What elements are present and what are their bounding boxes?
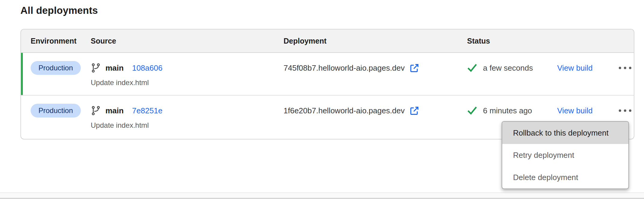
ellipsis-icon (619, 67, 621, 69)
environment-badge: Production (31, 61, 81, 75)
menu-item-rollback[interactable]: Rollback to this deployment (502, 122, 628, 144)
environment-cell: Production (31, 103, 91, 118)
section-divider (0, 192, 644, 199)
status-cell: a few seconds (467, 61, 557, 75)
external-link-icon[interactable] (409, 63, 419, 73)
table-header-row: Environment Source Deployment Status (21, 29, 634, 53)
header-environment: Environment (31, 37, 91, 45)
deployment-row: Production main 108a606 Update index.htm… (21, 53, 634, 96)
branch-name: main (105, 63, 124, 73)
header-source: Source (91, 37, 284, 45)
view-build-link[interactable]: View build (557, 103, 614, 118)
branch-name: main (105, 106, 124, 115)
commit-message: Update index.html (91, 121, 284, 130)
deployment-cell: 1f6e20b7.helloworld-aio.pages.dev (284, 103, 467, 118)
status-cell: 6 minutes ago (467, 103, 557, 118)
commit-link[interactable]: 108a606 (132, 63, 163, 73)
deployment-url-link[interactable]: 745f08b7.helloworld-aio.pages.dev (284, 63, 405, 73)
external-link-icon[interactable] (409, 106, 419, 116)
row-actions-cell (614, 103, 634, 118)
row-actions-button[interactable] (614, 61, 634, 75)
row-actions-cell (614, 61, 634, 75)
success-check-icon (467, 106, 477, 116)
header-status: Status (467, 37, 625, 45)
git-branch-icon (91, 63, 101, 73)
menu-item-delete[interactable]: Delete deployment (502, 166, 628, 188)
view-build-cell: View build (557, 61, 614, 75)
environment-badge: Production (31, 104, 81, 118)
environment-cell: Production (31, 61, 91, 75)
page-title: All deployments (20, 5, 98, 16)
status-time: a few seconds (483, 63, 533, 73)
menu-item-retry[interactable]: Retry deployment (502, 144, 628, 166)
success-check-icon (467, 63, 477, 73)
commit-message: Update index.html (91, 78, 284, 87)
active-deployment-indicator (21, 53, 23, 95)
status-time: 6 minutes ago (483, 106, 532, 115)
git-branch-icon (91, 106, 101, 116)
source-cell: main 7e8251e Update index.html (91, 103, 284, 130)
commit-link[interactable]: 7e8251e (132, 106, 163, 115)
view-build-cell: View build (557, 103, 614, 118)
deployment-actions-menu: Rollback to this deployment Retry deploy… (502, 121, 629, 189)
header-deployment: Deployment (284, 37, 467, 45)
deployment-url-link[interactable]: 1f6e20b7.helloworld-aio.pages.dev (284, 106, 405, 115)
ellipsis-icon (619, 109, 621, 112)
view-build-link[interactable]: View build (557, 61, 614, 75)
deployment-cell: 745f08b7.helloworld-aio.pages.dev (284, 61, 467, 75)
row-actions-button[interactable] (614, 103, 634, 118)
source-cell: main 108a606 Update index.html (91, 61, 284, 87)
